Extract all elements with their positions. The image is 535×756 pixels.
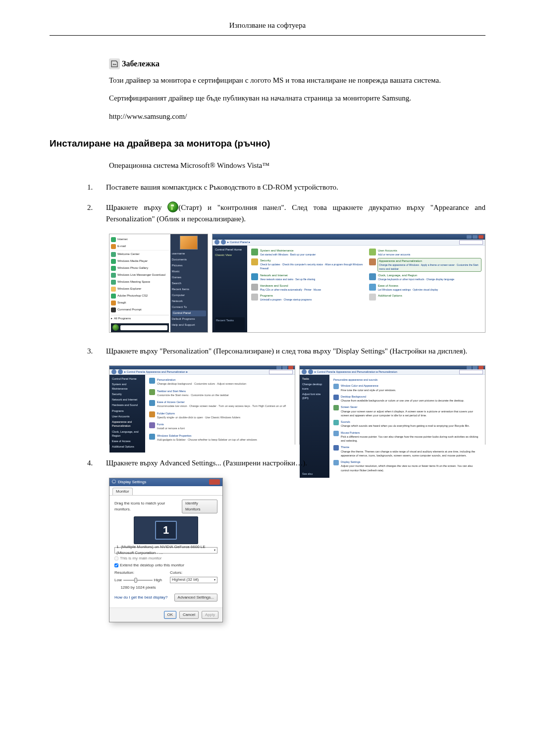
screenshot-pair-personalization: ▸ Control Panel ▸ Appearance and Persona…: [109, 365, 485, 445]
personalization-icon: [149, 378, 155, 384]
color-icon: [333, 384, 339, 389]
monitor-1-box[interactable]: 1: [155, 521, 177, 540]
slider-thumb[interactable]: [134, 578, 137, 583]
step-3: 3. Щракнете върху "Personalization" (Пер…: [87, 346, 485, 357]
sm-r-search: Search: [172, 281, 206, 287]
ie-icon: [111, 237, 116, 242]
chevron-down-icon: ▾: [214, 578, 215, 582]
cp-cat-clock: Clock, Language, and Region: [378, 273, 454, 278]
cp-search-box[interactable]: [459, 240, 483, 245]
screenshot-personalization: ▸ Control Panel ▸ Appearance and Persona…: [299, 365, 485, 445]
dlg-drag-text: Drag the icons to match your monitors.: [114, 501, 182, 512]
close-icon: [288, 366, 293, 369]
sm-welcome: Welcome Center: [117, 252, 140, 256]
screenshot-display-settings: 🖵 Display Settings Monitor Drag the icon…: [109, 478, 485, 622]
cp-recent-tasks: Recent Tasks: [215, 317, 245, 330]
sm-internet: Internet: [117, 237, 127, 242]
programs-icon: [251, 294, 258, 301]
pz-search-box[interactable]: [459, 370, 483, 374]
resolution-value: 1280 by 1024 pixels: [114, 585, 162, 591]
mouse-icon: [333, 431, 339, 436]
theme-icon: [333, 445, 339, 451]
sm-meeting: Windows Meeting Space: [117, 280, 150, 284]
note-url[interactable]: http://www.samsung.com/: [109, 112, 187, 120]
identify-monitors-button[interactable]: Identify Monitors: [182, 500, 217, 513]
dlg-tab-monitor[interactable]: Monitor: [112, 488, 133, 495]
ease-access-icon: [149, 400, 155, 406]
nav-fwd-icon: [118, 369, 123, 374]
fonts-icon: [149, 422, 155, 428]
system-icon: [251, 249, 258, 255]
sm-r-comp: Computer: [172, 293, 206, 299]
cp-cat-programs: Programs: [260, 294, 312, 298]
welcome-icon: [111, 252, 116, 257]
sm-r-net: Network: [172, 299, 206, 304]
sm-all-programs: All Programs: [114, 317, 131, 320]
step-2: 2. Щракнете върху (Старт) и "контролния …: [87, 202, 485, 225]
step-4-num: 4.: [87, 457, 96, 469]
dlg-title-text: Display Settings: [118, 479, 146, 485]
resolution-slider[interactable]: Low High: [114, 577, 162, 584]
sm-ps: Adobe Photoshop CS2: [117, 294, 148, 298]
screenshot-control-panel: ▸ Control Panel ▸ Control Panel Home Cla…: [212, 234, 485, 333]
sm-r-help: Help and Support: [172, 322, 206, 328]
wmp-icon: [111, 259, 116, 264]
monitor-small-icon: 🖵: [112, 479, 116, 485]
chk-extend-desktop[interactable]: Extend the desktop onto this monitor: [114, 562, 217, 568]
cancel-button[interactable]: Cancel: [179, 611, 199, 619]
mail-icon: [111, 244, 116, 249]
sm-r-games: Games: [172, 275, 206, 281]
screenshot-start-menu: Internet E-mail Welcome Center Windows M…: [109, 234, 208, 333]
page-header: Използване на софтуера: [50, 20, 485, 36]
accounts-icon: [369, 249, 376, 255]
step-4: 4. Щракнете върху Advanced Settings... (…: [87, 457, 485, 469]
sm-r-pics: Pictures: [172, 263, 206, 269]
photoshop-icon: [111, 294, 116, 299]
step-2-num: 2.: [87, 202, 96, 213]
sm-r-docs: Documents: [172, 257, 206, 263]
cp-titlebar: [213, 234, 485, 240]
start-search-box[interactable]: [120, 325, 167, 330]
pz-see-also: See also: [302, 472, 327, 476]
page-header-title: Използване на софтуера: [229, 21, 306, 29]
apply-button[interactable]: Apply: [202, 611, 218, 619]
note-body: Този драйвер за монитора е сертифициран …: [109, 75, 485, 122]
cp-breadcrumb: ▸ Control Panel ▸: [227, 240, 250, 245]
chevron-down-icon: ▾: [214, 548, 215, 553]
monitor-preview-area: 1: [134, 516, 198, 544]
cp-cat-network: Network and Internet: [260, 273, 315, 278]
best-display-link[interactable]: How do I get the best display?: [114, 595, 167, 601]
start-orb-footer-icon: [112, 324, 119, 331]
bg-icon: [333, 395, 339, 400]
nav-fwd-icon: [221, 240, 226, 245]
step-3-text: Щракнете върху "Personalization" (Персон…: [106, 346, 485, 357]
meeting-icon: [111, 280, 116, 285]
section-heading: Инсталиране на драйвера за монитора (ръч…: [50, 137, 485, 151]
close-icon: [479, 366, 483, 369]
network-icon: [251, 273, 258, 280]
sm-wmp: Windows Media Player: [117, 259, 148, 263]
monitor-selector[interactable]: 1. (Multiple Monitors) on NVIDIA GeForce…: [114, 547, 217, 554]
sm-email: E-mail: [117, 244, 126, 249]
user-avatar-icon: [180, 236, 198, 250]
ok-button[interactable]: OK: [164, 611, 177, 619]
ease-icon: [369, 284, 376, 291]
cp-cat-additional: Additional Options: [378, 294, 402, 298]
advanced-settings-button[interactable]: Advanced Settings...: [174, 594, 217, 602]
pz-main-heading: Personalize appearance and sounds: [333, 378, 481, 382]
colors-selector[interactable]: Highest (32 bit)▾: [170, 577, 217, 583]
sm-r-conn: Connect To: [172, 304, 206, 310]
note-p1: Този драйвер за монитора е сертифициран …: [109, 75, 485, 86]
colors-label: Colors:: [170, 570, 217, 576]
pz-tasks-h: Tasks: [302, 377, 327, 381]
security-icon: [251, 258, 258, 265]
step-4-text: Щракнете върху Advanced Settings... (Раз…: [106, 457, 485, 469]
step-1: 1. Поставете вашия компактдиск с Ръковод…: [87, 182, 485, 193]
ap-search-box[interactable]: [269, 370, 293, 374]
taskbar-icon: [149, 389, 155, 395]
sm-r-music: Music: [172, 269, 206, 275]
messenger-icon: [111, 273, 116, 278]
sm-explorer: Windows Explorer: [117, 287, 141, 291]
ap-personalization: Personalization: [157, 378, 246, 382]
dlg-close-button[interactable]: [209, 479, 220, 485]
